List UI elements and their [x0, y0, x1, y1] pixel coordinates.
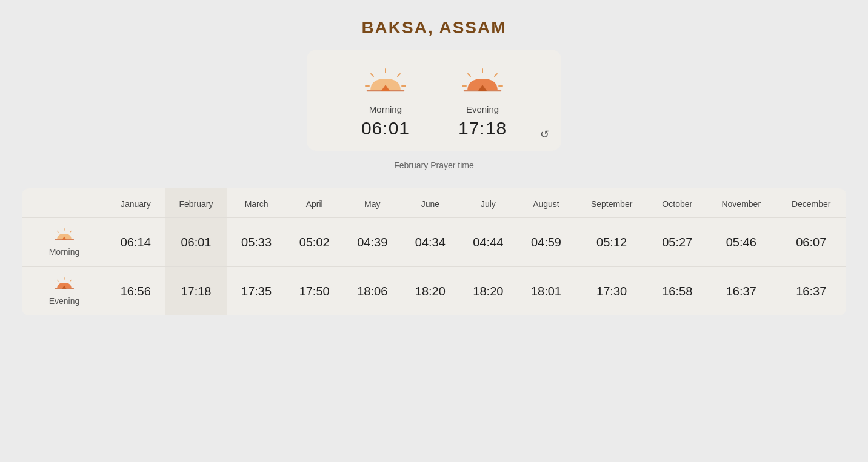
col-header-july: July	[459, 188, 518, 218]
morning-october: 05:27	[648, 218, 706, 267]
evening-september: 17:30	[575, 267, 649, 316]
evening-january: 16:56	[107, 267, 165, 316]
morning-july: 04:44	[459, 218, 518, 267]
morning-label: Morning	[369, 104, 402, 114]
col-header-may: May	[343, 188, 401, 218]
morning-september: 05:12	[575, 218, 649, 267]
morning-row: Morning 06:14 06:01 05:33 05:02 04:39 04…	[22, 218, 846, 267]
table-header-row: January February March April May June Ju…	[22, 188, 846, 218]
morning-label-row: Morning	[49, 247, 80, 257]
card-subtitle: February Prayer time	[394, 160, 473, 170]
evening-row: Evening 16:56 17:18 17:35 17:50 18:06 18…	[22, 267, 846, 316]
morning-may: 04:39	[343, 218, 401, 267]
col-header-november: November	[706, 188, 776, 218]
col-header-october: October	[648, 188, 706, 218]
evening-november: 16:37	[706, 267, 776, 316]
col-header-september: September	[575, 188, 649, 218]
svg-line-1	[398, 74, 400, 76]
col-header-label	[22, 188, 107, 218]
refresh-button[interactable]: ↺	[540, 128, 549, 141]
evening-row-label: Evening	[22, 267, 107, 315]
svg-line-7	[495, 74, 497, 76]
morning-december: 06:07	[776, 218, 846, 267]
evening-block: Evening 17:18	[458, 68, 507, 139]
evening-row-icon	[53, 277, 75, 294]
morning-time: 06:01	[361, 118, 410, 139]
prayer-card: Morning 06:01 Evening 17:18 ↺	[307, 50, 561, 151]
col-header-january: January	[107, 188, 165, 218]
evening-may: 18:06	[343, 267, 401, 316]
col-header-june: June	[401, 188, 459, 218]
col-header-february: February	[165, 188, 228, 218]
svg-line-2	[371, 74, 373, 76]
evening-february: 17:18	[165, 267, 228, 316]
evening-june: 18:20	[401, 267, 459, 316]
morning-april: 05:02	[285, 218, 344, 267]
col-header-march: March	[227, 188, 285, 218]
morning-june: 04:34	[401, 218, 459, 267]
morning-november: 05:46	[706, 218, 776, 267]
col-header-august: August	[517, 188, 575, 218]
sunset-icon	[461, 68, 504, 98]
evening-label: Evening	[466, 104, 499, 114]
morning-row-icon	[53, 228, 75, 245]
col-header-april: April	[285, 188, 344, 218]
morning-march: 05:33	[227, 218, 285, 267]
evening-time: 17:18	[458, 118, 507, 139]
prayer-times-table: January February March April May June Ju…	[22, 188, 846, 315]
evening-label-row: Evening	[49, 296, 80, 306]
svg-line-8	[468, 74, 470, 76]
evening-december: 16:37	[776, 267, 846, 316]
page-title: BAKSA, ASSAM	[361, 18, 506, 38]
morning-january: 06:14	[107, 218, 165, 267]
morning-august: 04:59	[517, 218, 575, 267]
evening-august: 18:01	[517, 267, 575, 316]
morning-block: Morning 06:01	[361, 68, 410, 139]
svg-line-20	[57, 280, 58, 281]
svg-line-19	[70, 280, 72, 281]
morning-row-label: Morning	[22, 218, 107, 266]
svg-line-13	[70, 231, 72, 232]
col-header-december: December	[776, 188, 846, 218]
evening-july: 18:20	[459, 267, 518, 316]
sunrise-icon	[364, 68, 407, 98]
evening-april: 17:50	[285, 267, 344, 316]
evening-october: 16:58	[648, 267, 706, 316]
svg-line-14	[57, 231, 58, 232]
evening-march: 17:35	[227, 267, 285, 316]
morning-february: 06:01	[165, 218, 228, 267]
